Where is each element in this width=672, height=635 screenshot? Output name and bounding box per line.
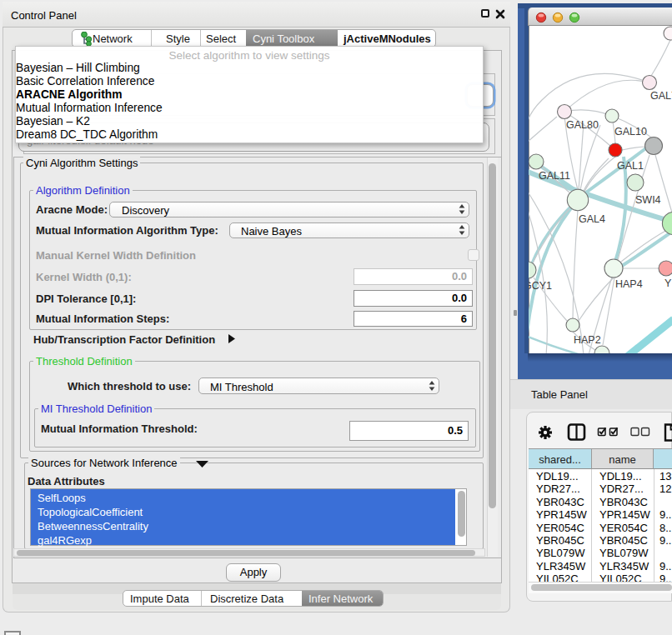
svg-text:HAP2: HAP2 — [574, 334, 601, 346]
svg-text:GAL4: GAL4 — [579, 213, 605, 225]
svg-text:GAL11: GAL11 — [539, 170, 570, 182]
svg-text:SWI4: SWI4 — [635, 194, 661, 206]
svg-text:GAL7: GAL7 — [650, 90, 672, 102]
svg-text:GAL80: GAL80 — [566, 119, 599, 131]
svg-text:Y: Y — [664, 278, 672, 289]
svg-text:GAL10: GAL10 — [614, 126, 647, 138]
svg-text:GAL1: GAL1 — [617, 160, 644, 172]
svg-text:GCY1: GCY1 — [529, 280, 552, 292]
svg-text:HAP4: HAP4 — [615, 278, 643, 290]
